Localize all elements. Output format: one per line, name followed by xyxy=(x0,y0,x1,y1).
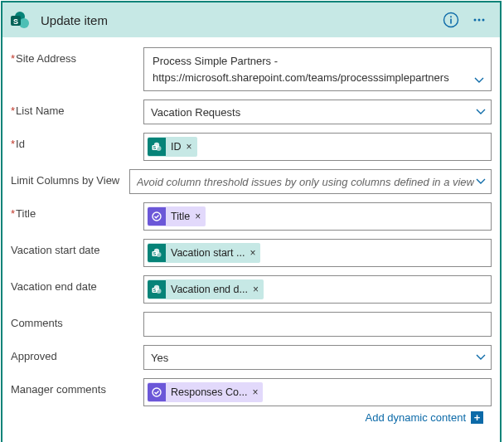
svg-point-23 xyxy=(153,388,161,396)
close-icon[interactable]: × xyxy=(195,211,201,222)
field-title[interactable]: Title × xyxy=(143,202,492,231)
close-icon[interactable]: × xyxy=(250,247,255,259)
sharepoint-token-icon: S xyxy=(148,138,166,156)
approvals-token-icon xyxy=(148,207,166,226)
dynamic-content-row: Add dynamic content + xyxy=(11,410,492,429)
card-body: *Site Address Process Simple Partners - … xyxy=(2,37,500,434)
required-star: * xyxy=(11,138,15,150)
label-comments: Comments xyxy=(11,312,143,337)
label-vacation-start: Vacation start date xyxy=(11,239,143,267)
token-title[interactable]: Title × xyxy=(148,206,206,226)
limit-view-placeholder: Avoid column threshold issues by only us… xyxy=(137,176,474,188)
plus-icon: + xyxy=(471,411,483,424)
sharepoint-token-icon: S xyxy=(148,280,166,299)
token-vacation-start[interactable]: S Vacation start ... × xyxy=(148,243,260,263)
label-site-address: *Site Address xyxy=(11,47,143,65)
more-icon[interactable] xyxy=(465,6,493,34)
close-icon[interactable]: × xyxy=(253,284,259,295)
label-approved: Approved xyxy=(11,345,143,370)
row-manager-comments: Manager comments Responses Co... × xyxy=(11,378,492,406)
field-vacation-end[interactable]: S Vacation end d... × xyxy=(143,275,492,304)
label-id: *Id xyxy=(11,133,143,161)
action-card: S Update item *Site Address xyxy=(1,1,502,442)
label-title: *Title xyxy=(11,202,143,231)
field-manager-comments[interactable]: Responses Co... × xyxy=(143,378,492,406)
row-id: *Id S ID × xyxy=(11,133,492,161)
label-manager-comments: Manager comments xyxy=(11,378,143,406)
token-label: Responses Co... xyxy=(171,386,247,398)
add-dynamic-content-label: Add dynamic content xyxy=(366,411,466,424)
svg-point-5 xyxy=(450,16,452,17)
field-id[interactable]: S ID × xyxy=(143,133,492,161)
svg-point-7 xyxy=(474,19,477,22)
token-label: ID xyxy=(171,141,182,153)
chevron-down-icon[interactable] xyxy=(472,74,486,87)
token-label: Vacation start ... xyxy=(171,247,245,259)
close-icon[interactable]: × xyxy=(252,386,258,398)
svg-point-8 xyxy=(478,19,481,22)
field-approved[interactable]: Yes xyxy=(143,345,492,370)
field-list-name[interactable]: Vacation Requests xyxy=(143,100,492,124)
sharepoint-icon: S xyxy=(9,8,32,32)
field-site-address[interactable]: Process Simple Partners - https://micros… xyxy=(143,47,492,91)
row-vacation-end: Vacation end date S Vacation en xyxy=(11,275,492,304)
close-icon[interactable]: × xyxy=(187,141,192,153)
field-vacation-start[interactable]: S Vacation start ... × xyxy=(143,239,492,267)
row-approved: Approved Yes xyxy=(11,345,492,370)
required-star: * xyxy=(11,207,15,220)
token-label: Title xyxy=(171,211,190,222)
sharepoint-token-icon: S xyxy=(148,244,166,262)
row-limit-view: Limit Columns by View Avoid column thres… xyxy=(11,169,492,194)
token-responses[interactable]: Responses Co... × xyxy=(148,382,263,402)
field-comments[interactable] xyxy=(143,312,492,337)
row-site-address: *Site Address Process Simple Partners - … xyxy=(11,47,492,91)
info-icon[interactable] xyxy=(437,6,465,34)
label-limit-view: Limit Columns by View xyxy=(11,169,129,194)
card-title: Update item xyxy=(41,13,437,27)
row-vacation-start: Vacation start date S Vacation xyxy=(11,239,492,267)
field-limit-view[interactable]: Avoid column threshold issues by only us… xyxy=(129,169,492,194)
approved-value: Yes xyxy=(151,352,474,364)
row-comments: Comments xyxy=(11,312,492,337)
svg-text:S: S xyxy=(13,17,18,26)
token-id[interactable]: S ID × xyxy=(148,137,197,157)
site-address-line2: https://microsoft.sharepoint.com/teams/p… xyxy=(153,70,466,86)
site-address-line1: Process Simple Partners - xyxy=(153,53,466,70)
chevron-down-icon[interactable] xyxy=(474,175,487,188)
chevron-down-icon[interactable] xyxy=(474,105,487,119)
row-title: *Title Title × xyxy=(11,202,492,231)
row-list-name: *List Name Vacation Requests xyxy=(11,100,492,124)
card-header: S Update item xyxy=(2,2,500,37)
approvals-token-icon xyxy=(148,383,166,401)
label-vacation-end: Vacation end date xyxy=(11,275,143,304)
required-star: * xyxy=(11,52,15,65)
label-list-name: *List Name xyxy=(11,100,143,124)
add-dynamic-content-link[interactable]: Add dynamic content + xyxy=(366,411,483,424)
chevron-down-icon[interactable] xyxy=(474,351,487,364)
required-star: * xyxy=(11,104,15,117)
token-label: Vacation end d... xyxy=(171,284,248,295)
svg-point-9 xyxy=(482,19,485,22)
hide-advanced-options-link[interactable]: Hide advanced options xyxy=(2,434,500,442)
list-name-value: Vacation Requests xyxy=(151,106,474,119)
svg-point-14 xyxy=(153,212,161,221)
svg-rect-6 xyxy=(450,19,452,24)
token-vacation-end[interactable]: S Vacation end d... × xyxy=(148,279,264,299)
